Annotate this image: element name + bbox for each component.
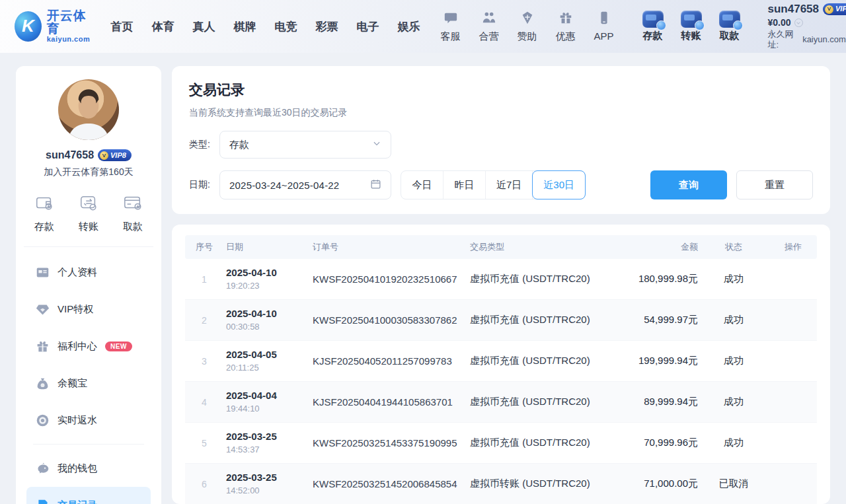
date-range-input[interactable]: 2025-03-24~2025-04-22 <box>219 170 391 199</box>
gift-icon <box>558 11 573 28</box>
chat-bubble-icon <box>443 11 458 28</box>
type-filter-row: 类型: 存款 <box>189 131 813 159</box>
table-row[interactable]: 4 2025-04-04 19:44:10 KJSF20250404194410… <box>185 382 817 423</box>
refresh-balance-icon[interactable] <box>794 18 803 27</box>
table-row[interactable]: 2 2025-04-10 00:30:58 KWSF20250410003058… <box>185 300 817 341</box>
row-index: 4 <box>185 397 223 408</box>
brand-name: 开云体育 <box>47 9 94 36</box>
row-time-value: 14:53:37 <box>226 445 260 454</box>
brand-logo[interactable]: K 开云体育 kaiyun.com <box>15 9 94 43</box>
transfer-arrows-icon <box>79 193 98 215</box>
member-days: 加入开云体育第160天 <box>44 166 133 178</box>
permanent-url: 永久网址: kaiyun.com <box>768 29 846 51</box>
type-label: 类型: <box>189 139 219 151</box>
sidebar-transfer-button[interactable]: 转账 <box>79 193 98 233</box>
row-transaction-type: 虚拟币充值 (USDT/TRC20) <box>470 355 599 367</box>
records-document-icon <box>36 499 50 504</box>
row-transaction-type: 虚拟币充值 (USDT/TRC20) <box>470 396 599 408</box>
date-label: 日期: <box>189 179 219 191</box>
row-index: 1 <box>185 274 223 285</box>
sidebar-item-yuebao[interactable]: 余额宝 <box>26 365 151 402</box>
sidebar-item-profile[interactable]: 个人资料 <box>26 254 151 291</box>
sidebar-item-transaction-records[interactable]: 交易记录 <box>26 487 151 504</box>
row-time-value: 00:30:58 <box>226 322 260 332</box>
withdraw-button[interactable]: 取款 <box>715 11 744 42</box>
profile-vip-badge: V VIP8 <box>98 149 132 161</box>
partner-button[interactable]: 合营 <box>476 11 502 43</box>
row-transaction-type: 虚拟币充值 (USDT/TRC20) <box>470 273 599 285</box>
row-amount: 89,999.94元 <box>599 396 698 408</box>
date-range-presets: 今日 昨日 近7日 近30日 <box>401 170 586 199</box>
page-title: 交易记录 <box>189 81 813 99</box>
rebate-coin-icon <box>36 414 50 427</box>
app-download-button[interactable]: APP <box>591 11 617 43</box>
row-date: 2025-03-25 14:53:37 <box>223 430 313 456</box>
calendar-icon <box>370 178 381 192</box>
type-select[interactable]: 存款 <box>219 131 391 159</box>
profile-username: sun47658 <box>46 149 94 161</box>
row-status: 成功 <box>698 396 769 408</box>
header-order: 订单号 <box>313 241 470 253</box>
sidebar-item-rebate[interactable]: 实时返水 <box>26 402 151 439</box>
promo-button[interactable]: 优惠 <box>553 11 579 43</box>
header-status: 状态 <box>698 241 769 253</box>
range-yesterday-button[interactable]: 昨日 <box>443 171 486 199</box>
nav-slots[interactable]: 电子 <box>357 19 379 34</box>
filter-actions: 查询 重置 <box>650 170 813 199</box>
support-button[interactable]: 客服 <box>438 11 464 43</box>
utility-group: 客服 合营 赞助 优惠 APP <box>438 11 617 43</box>
header-index: 序号 <box>185 241 223 253</box>
sidebar-item-welfare[interactable]: 福利中心 NEW <box>26 328 151 365</box>
balance-amount: ¥0.00 <box>768 17 791 29</box>
row-order-number: KJSF202504041944105863701 <box>313 396 470 408</box>
sidebar-item-wallet[interactable]: 我的钱包 <box>26 450 151 487</box>
table-row[interactable]: 6 2025-03-25 14:52:00 KWSF20250325145200… <box>185 464 817 504</box>
reset-button[interactable]: 重置 <box>736 170 813 199</box>
nav-entertainment[interactable]: 娱乐 <box>398 19 420 34</box>
row-date-value: 2025-04-05 <box>226 349 277 360</box>
diamond-icon <box>36 303 50 316</box>
nav-esports[interactable]: 电竞 <box>275 19 297 34</box>
phone-icon <box>597 11 611 28</box>
search-button[interactable]: 查询 <box>650 170 727 199</box>
row-date: 2025-04-10 19:20:23 <box>223 266 313 292</box>
transfer-button[interactable]: 转账 <box>677 11 706 42</box>
nav-home[interactable]: 首页 <box>111 19 134 34</box>
row-index: 6 <box>185 479 223 489</box>
nav-chess[interactable]: 棋牌 <box>234 19 256 34</box>
gift-icon <box>36 340 50 353</box>
row-time-value: 20:11:25 <box>226 363 259 373</box>
sidebar-withdraw-button[interactable]: 取款 <box>123 193 143 233</box>
row-date-value: 2025-04-10 <box>226 308 277 319</box>
transfer-icon <box>681 11 702 28</box>
records-table: 序号 日期 订单号 交易类型 金额 状态 操作 1 2025-04-10 19:… <box>185 235 817 504</box>
sidebar-menu: 个人资料 VIP特权 福利中心 NEW 余额宝 实时返水 <box>24 247 153 504</box>
records-table-card: 序号 日期 订单号 交易类型 金额 状态 操作 1 2025-04-10 19:… <box>172 225 830 504</box>
deposit-button[interactable]: 存款 <box>638 11 668 42</box>
row-time-value: 19:20:23 <box>226 281 260 291</box>
vip-shield-icon: V <box>825 5 833 14</box>
table-row[interactable]: 5 2025-03-25 14:53:37 KWSF20250325145337… <box>185 423 817 464</box>
row-transaction-type: 虚拟币转账 (USDT/TRC20) <box>470 478 599 490</box>
nav-lottery[interactable]: 彩票 <box>316 19 338 34</box>
sponsor-button[interactable]: 赞助 <box>514 11 541 43</box>
nav-live[interactable]: 真人 <box>193 19 215 34</box>
table-row[interactable]: 3 2025-04-05 20:11:25 KJSF20250405201125… <box>185 341 817 382</box>
profile-avatar[interactable] <box>58 79 119 140</box>
nav-sports[interactable]: 体育 <box>152 19 174 34</box>
row-date-value: 2025-04-04 <box>226 390 277 401</box>
sidebar-item-vip[interactable]: VIP特权 <box>26 291 151 328</box>
range-today-button[interactable]: 今日 <box>401 171 443 199</box>
brand-domain: kaiyun.com <box>47 36 94 44</box>
sidebar: sun47658 V VIP8 加入开云体育第160天 存款 转账 取款 <box>16 66 161 504</box>
id-card-icon <box>36 266 50 279</box>
row-amount: 54,999.97元 <box>599 314 698 326</box>
range-last7-button[interactable]: 近7日 <box>486 171 533 199</box>
shield-diamond-icon <box>520 11 535 28</box>
row-order-number: KJSF202504052011257099783 <box>313 355 470 367</box>
row-status: 成功 <box>698 437 769 449</box>
sidebar-deposit-button[interactable]: 存款 <box>34 193 54 233</box>
range-last30-button[interactable]: 近30日 <box>532 170 586 199</box>
row-order-number: KWSF202503251453375190995 <box>313 437 470 449</box>
table-row[interactable]: 1 2025-04-10 19:20:23 KWSF20250410192023… <box>185 259 817 300</box>
